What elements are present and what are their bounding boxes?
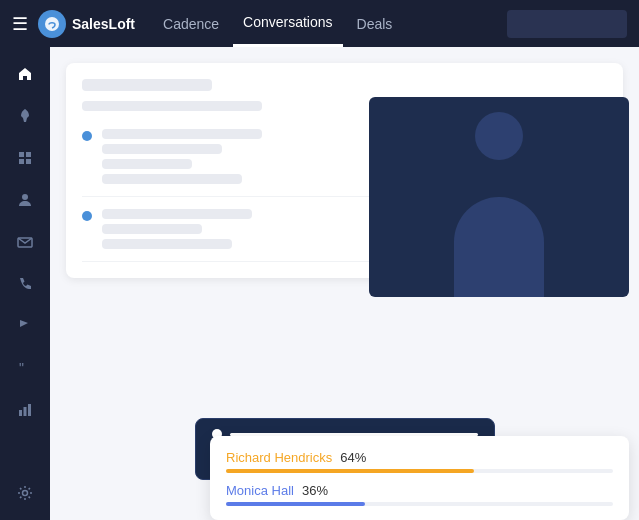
- silhouette-body: [454, 197, 544, 297]
- nav-search[interactable]: [507, 10, 627, 38]
- content-area: Richard Hendricks 64% Monica Hall 36%: [50, 47, 639, 520]
- svg-point-5: [22, 194, 28, 200]
- svg-rect-1: [19, 152, 24, 157]
- svg-rect-9: [24, 407, 27, 416]
- speaker-1-header: Richard Hendricks 64%: [226, 450, 613, 465]
- svg-rect-4: [26, 159, 31, 164]
- speaker-row-1: Richard Hendricks 64%: [226, 450, 613, 473]
- logo-icon: [38, 10, 66, 38]
- sidebar-icon-flag[interactable]: [8, 309, 42, 343]
- svg-rect-3: [19, 159, 24, 164]
- top-nav: ☰ SalesLoft Cadence Conversations Deals: [0, 0, 639, 47]
- sidebar-icon-home[interactable]: [8, 57, 42, 91]
- svg-point-11: [23, 491, 28, 496]
- nav-items: Cadence Conversations Deals: [153, 0, 402, 47]
- speaker-1-name: Richard Hendricks: [226, 450, 332, 465]
- skeleton-b3: [102, 239, 232, 249]
- speaker-2-bar-fill: [226, 502, 365, 506]
- hamburger-icon[interactable]: ☰: [12, 13, 28, 35]
- skeleton-line-1: [82, 101, 262, 111]
- nav-cadence[interactable]: Cadence: [153, 0, 229, 47]
- speaker-stats: Richard Hendricks 64% Monica Hall 36%: [210, 436, 629, 520]
- speaker-2-name: Monica Hall: [226, 483, 294, 498]
- skeleton-b1: [102, 209, 252, 219]
- skeleton-a1: [102, 129, 262, 139]
- skeleton-a3: [102, 159, 192, 169]
- logo-text: SalesLoft: [72, 16, 135, 32]
- sidebar-icon-phone[interactable]: [8, 267, 42, 301]
- speaker-2-bar-bg: [226, 502, 613, 506]
- logo: SalesLoft: [38, 10, 135, 38]
- speaker-2-pct: 36%: [302, 483, 328, 498]
- video-overlay: [369, 97, 629, 297]
- list-dot-1: [82, 131, 92, 141]
- sidebar-icon-settings[interactable]: [8, 476, 42, 510]
- nav-conversations[interactable]: Conversations: [233, 0, 343, 47]
- svg-text:": ": [19, 360, 24, 376]
- silhouette-head: [475, 112, 523, 160]
- sidebar-icon-rocket[interactable]: [8, 99, 42, 133]
- speaker-1-bar-fill: [226, 469, 474, 473]
- svg-rect-2: [26, 152, 31, 157]
- speaker-1-bar-bg: [226, 469, 613, 473]
- video-silhouette: [369, 97, 629, 297]
- main-layout: ": [0, 47, 639, 520]
- svg-rect-8: [19, 410, 22, 416]
- speaker-2-header: Monica Hall 36%: [226, 483, 613, 498]
- sidebar-icon-person[interactable]: [8, 183, 42, 217]
- svg-rect-10: [28, 404, 31, 416]
- sidebar-icon-quote[interactable]: ": [8, 351, 42, 385]
- skeleton-a2: [102, 144, 222, 154]
- sidebar: ": [0, 47, 50, 520]
- sidebar-icon-mail[interactable]: [8, 225, 42, 259]
- skeleton-a4: [102, 174, 242, 184]
- sidebar-icon-building[interactable]: [8, 141, 42, 175]
- speaker-1-pct: 64%: [340, 450, 366, 465]
- svg-point-0: [45, 17, 59, 31]
- nav-deals[interactable]: Deals: [347, 0, 403, 47]
- skeleton-b2: [102, 224, 202, 234]
- speaker-row-2: Monica Hall 36%: [226, 483, 613, 506]
- sidebar-icon-chart[interactable]: [8, 393, 42, 427]
- list-dot-2: [82, 211, 92, 221]
- skeleton-title: [82, 79, 212, 91]
